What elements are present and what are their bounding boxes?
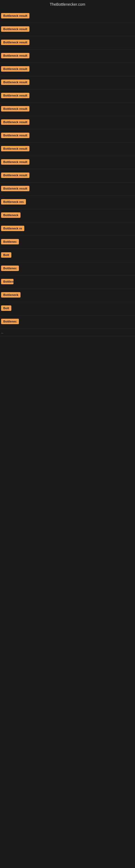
list-item[interactable]: Bottlenec: [0, 315, 135, 329]
bottleneck-badge[interactable]: Bottlen: [1, 279, 13, 284]
bottleneck-badge[interactable]: Bottlenec: [1, 239, 19, 244]
bottleneck-badge[interactable]: Bottleneck result: [1, 119, 30, 125]
bottom-spacer: [0, 336, 135, 635]
bottleneck-badge[interactable]: Bottleneck result: [1, 106, 30, 112]
list-item[interactable]: Bottleneck: [0, 289, 135, 302]
list-item[interactable]: Bottleneck result: [0, 156, 135, 169]
bottleneck-badge[interactable]: Bottleneck: [1, 212, 20, 218]
bottleneck-badge[interactable]: Bottleneck res: [1, 199, 26, 205]
small-indicator: ...: [0, 329, 135, 336]
list-item[interactable]: Bottleneck result: [0, 103, 135, 116]
bottleneck-badge[interactable]: Bottleneck result: [1, 80, 30, 85]
list-item[interactable]: Bottleneck result: [0, 50, 135, 63]
bottleneck-badge[interactable]: Bottleneck result: [1, 53, 30, 58]
list-item[interactable]: Bottleneck result: [0, 23, 135, 36]
list-item[interactable]: Bottleneck: [0, 209, 135, 222]
bottleneck-badge[interactable]: Bottleneck result: [1, 40, 30, 45]
list-item[interactable]: Bottleneck result: [0, 76, 135, 90]
list-item[interactable]: Bottleneck result: [0, 129, 135, 143]
list-item[interactable]: Bottleneck result: [0, 116, 135, 129]
bottleneck-badge[interactable]: Bottleneck result: [1, 26, 30, 32]
bottleneck-badge[interactable]: Bottleneck result: [1, 66, 30, 72]
list-item[interactable]: Bottleneck result: [0, 169, 135, 183]
bottleneck-badge[interactable]: Bottleneck result: [1, 173, 30, 178]
list-item[interactable]: Bottleneck result: [0, 63, 135, 76]
list-item[interactable]: Bottlen: [0, 276, 135, 289]
list-item[interactable]: Bottleneck result: [0, 143, 135, 156]
bottleneck-badge[interactable]: Bottlenec: [1, 319, 19, 324]
bottleneck-badge[interactable]: Bottleneck re: [1, 226, 24, 231]
bottleneck-badge[interactable]: Bott: [1, 252, 11, 258]
list-item[interactable]: Bottlenec: [0, 236, 135, 249]
list-item[interactable]: Bott: [0, 249, 135, 262]
bottleneck-list: Bottleneck resultBottleneck resultBottle…: [0, 10, 135, 336]
bottleneck-badge[interactable]: Bottleneck result: [1, 186, 30, 191]
list-item[interactable]: Bottleneck res: [0, 196, 135, 209]
list-item[interactable]: Bottleneck result: [0, 36, 135, 50]
list-item[interactable]: Bottleneck result: [0, 183, 135, 196]
bottleneck-badge[interactable]: Bottleneck result: [1, 93, 30, 98]
list-item[interactable]: Bottleneck result: [0, 10, 135, 23]
bottleneck-badge[interactable]: Bottleneck: [1, 292, 20, 298]
site-title: TheBottlenecker.com: [0, 0, 135, 10]
list-item[interactable]: Bottleneck re: [0, 222, 135, 236]
bottleneck-badge[interactable]: Bottleneck result: [1, 159, 30, 165]
bottleneck-badge[interactable]: Bottlenec: [1, 266, 19, 271]
bottleneck-badge[interactable]: Bottleneck result: [1, 13, 30, 19]
bottleneck-badge[interactable]: Bottleneck result: [1, 146, 30, 151]
list-item[interactable]: Bottlenec: [0, 262, 135, 276]
list-item[interactable]: Bottleneck result: [0, 90, 135, 103]
bottleneck-badge[interactable]: Bottleneck result: [1, 133, 30, 138]
list-item[interactable]: Bott: [0, 302, 135, 315]
page-wrapper: TheBottlenecker.com Bottleneck resultBot…: [0, 0, 135, 868]
bottleneck-badge[interactable]: Bott: [1, 305, 11, 311]
